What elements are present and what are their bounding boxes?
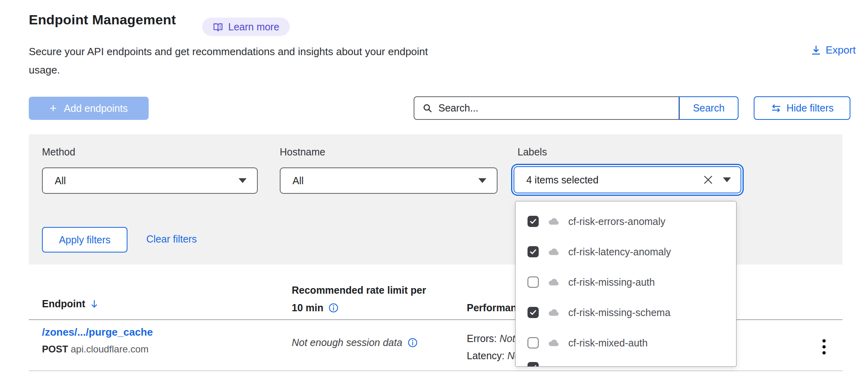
label-option-text: cf-risk-errors-anomaly (568, 216, 665, 227)
cloud-icon (547, 276, 559, 288)
label-option[interactable]: cf-risk-errors-anomaly (516, 206, 736, 237)
rate-limit-cell: Not enough session data (292, 337, 418, 348)
method-label: Method (42, 146, 75, 158)
download-icon (810, 45, 822, 56)
export-button[interactable]: Export (810, 44, 856, 56)
search-button[interactable]: Search (679, 96, 739, 120)
checkbox[interactable] (528, 307, 539, 318)
label-option[interactable]: cf-risk-missing-schema (516, 297, 736, 328)
clear-selection-icon[interactable] (702, 174, 714, 186)
hostname-label: Hostname (280, 146, 325, 158)
book-icon (213, 22, 223, 32)
label-option[interactable]: cf-risk-mixed-auth (516, 328, 736, 358)
learn-more-label: Learn more (228, 21, 279, 33)
clear-filters-link[interactable]: Clear filters (146, 233, 197, 245)
cloud-icon (547, 337, 559, 349)
label-option-text: cf-risk-mixed-auth (568, 337, 648, 349)
cloud-icon (547, 306, 559, 318)
sort-descending-icon (89, 299, 100, 309)
labels-selected-count: 4 items selected (526, 174, 702, 186)
hostname-text: api.cloudflare.com (71, 344, 149, 354)
cloud-icon (547, 215, 559, 227)
column-header-rate-limit: Recommended rate limit per (292, 284, 426, 296)
search-icon (422, 103, 433, 113)
label-option-text: cf-risk-latency-anomaly (568, 246, 671, 258)
info-icon[interactable] (407, 337, 418, 348)
add-endpoints-button[interactable]: + Add endpoints (29, 97, 149, 120)
plus-icon: + (50, 102, 57, 114)
label-option[interactable]: cf-risk-missing-auth (516, 267, 736, 297)
table-row-divider (29, 370, 842, 371)
column-header-endpoint[interactable]: Endpoint (42, 298, 100, 310)
search-field-container (414, 96, 679, 120)
info-icon[interactable] (328, 302, 339, 313)
checkbox[interactable] (528, 246, 539, 257)
endpoint-path-link[interactable]: /zones/.../purge_cache (42, 326, 153, 338)
labels-label: Labels (518, 146, 547, 158)
method-badge: POST (42, 344, 68, 354)
hide-filters-button[interactable]: Hide filters (754, 96, 850, 120)
cloud-icon (547, 246, 559, 258)
add-endpoints-label: Add endpoints (64, 103, 128, 114)
checkbox[interactable] (528, 277, 539, 288)
checkbox[interactable] (528, 362, 539, 367)
row-actions-menu-button[interactable] (816, 336, 832, 358)
label-option-partial[interactable] (528, 362, 539, 367)
checkbox[interactable] (528, 337, 539, 348)
chevron-down-icon (239, 178, 247, 183)
learn-more-button[interactable]: Learn more (202, 18, 290, 36)
chevron-down-icon (478, 178, 486, 183)
swap-arrows-icon (770, 103, 782, 114)
page-subtitle: Secure your API endpoints and get recomm… (29, 42, 428, 79)
endpoint-method-host: POST api.cloudflare.com (42, 344, 149, 355)
labels-dropdown: cf-risk-errors-anomaly cf-risk-latency-a… (515, 201, 737, 367)
page-title: Endpoint Management (29, 12, 176, 28)
label-option-text: cf-risk-missing-auth (568, 277, 655, 288)
checkbox[interactable] (528, 216, 539, 227)
search-input[interactable] (438, 102, 672, 114)
export-label: Export (826, 44, 856, 56)
endpoint-management-page: Endpoint Management Learn more Secure yo… (0, 0, 868, 374)
hostname-select[interactable]: All (280, 167, 498, 194)
label-option[interactable]: cf-risk-latency-anomaly (516, 237, 736, 267)
apply-filters-button[interactable]: Apply filters (42, 227, 127, 253)
labels-multiselect[interactable]: 4 items selected (514, 166, 741, 193)
chevron-down-icon[interactable] (723, 177, 731, 182)
label-option-text: cf-risk-missing-schema (568, 307, 671, 318)
method-select[interactable]: All (42, 167, 258, 194)
